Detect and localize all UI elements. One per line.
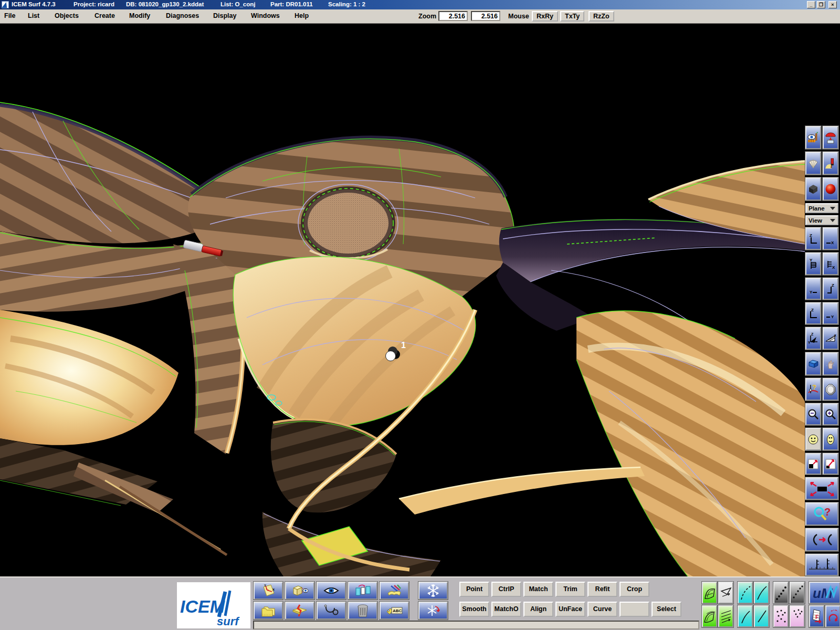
curve-button[interactable]: Curve [587, 602, 617, 617]
fit-view-icon[interactable] [805, 477, 838, 500]
svg-text:ABC: ABC [393, 608, 402, 613]
view-y-under-icon[interactable]: Y [823, 302, 838, 324]
refit-button[interactable]: Refit [587, 582, 617, 597]
view-y-bottom-icon[interactable]: Y [805, 278, 821, 300]
svg-text:X: X [831, 240, 834, 245]
surfaces-arrow-icon[interactable] [718, 605, 733, 627]
points-curve-dark2-icon[interactable] [790, 582, 805, 604]
svg-text:surf: surf [217, 615, 240, 628]
surface-arrow-icon[interactable] [718, 582, 733, 604]
freeze-rotate-icon[interactable] [418, 602, 448, 620]
curve3-icon[interactable] [754, 605, 769, 627]
points-curve-dark-icon[interactable] [773, 582, 789, 604]
coordinate-plane-icon[interactable]: YX [254, 582, 283, 600]
hand-move-icon[interactable] [823, 352, 838, 375]
blank-button[interactable] [620, 602, 649, 617]
diagnose-icon[interactable] [317, 602, 346, 620]
menu-list[interactable]: List [28, 12, 39, 19]
um-logo-button[interactable]: uM [809, 582, 840, 604]
zoom-y-input[interactable] [471, 11, 500, 21]
curve2-icon[interactable] [738, 605, 753, 627]
menu-windows[interactable]: Windows [251, 12, 280, 19]
point-button[interactable]: Point [459, 582, 489, 597]
trash-icon[interactable] [348, 602, 377, 620]
chevron-down-icon [830, 207, 835, 210]
diagram-axis-icon[interactable] [805, 554, 838, 576]
sphere-icon[interactable] [823, 177, 838, 201]
svg-text:x: x [834, 333, 836, 337]
match-button[interactable]: Match [523, 582, 553, 597]
view-x-ladder-icon[interactable]: X [823, 253, 838, 275]
eye-icon[interactable] [317, 582, 346, 600]
view-y-ladder-icon[interactable]: Y [805, 253, 821, 275]
view-z-corner-icon[interactable]: Z [823, 278, 838, 300]
folder-icon[interactable] [254, 602, 283, 620]
svg-text:Z: Z [810, 233, 812, 238]
fplan-icon[interactable]: F [809, 605, 824, 627]
render-car-icon[interactable] [823, 126, 838, 149]
title-bar: ICEM Surf 4.7.3 Project: ricard DB: 0810… [0, 0, 840, 9]
cube-icon[interactable] [805, 177, 821, 201]
redo-red-icon[interactable] [825, 605, 840, 627]
zoom-corner-icon[interactable] [823, 453, 838, 475]
box-eye-icon[interactable] [285, 582, 314, 600]
zoom-x-input[interactable] [438, 11, 468, 21]
command-input[interactable] [253, 621, 699, 629]
close-button[interactable]: × [828, 1, 837, 8]
point-query-icon[interactable]: ? [805, 378, 821, 401]
menu-diagnoses[interactable]: Diagnoses [166, 12, 199, 19]
ctrlp-button[interactable]: CtrlP [491, 582, 521, 597]
view-3d-icon[interactable]: ZY [805, 327, 821, 350]
mouse-rzzo-button[interactable]: RzZo [589, 11, 614, 22]
svg-text:X: X [832, 265, 835, 270]
mirror-icon[interactable] [823, 378, 838, 401]
menu-display[interactable]: Display [213, 12, 236, 19]
menu-help[interactable]: Help [295, 12, 309, 19]
plane-dropdown[interactable]: Plane [805, 203, 838, 213]
view-x-planes-icon[interactable]: x [823, 327, 838, 350]
smiley-stretch-icon[interactable] [823, 428, 838, 450]
menu-file[interactable]: File [4, 12, 16, 19]
view-dropdown[interactable]: View [805, 215, 838, 225]
identify-icon[interactable]: ? [805, 502, 838, 526]
minimize-button[interactable]: _ [807, 1, 815, 8]
curve-dashed-icon[interactable] [738, 582, 753, 604]
zoom-out-icon[interactable] [805, 403, 821, 425]
view-z-icon[interactable]: Z [805, 227, 821, 250]
smiley-icon[interactable] [805, 428, 821, 450]
surface-diagnosis-icon[interactable] [805, 126, 821, 149]
menu-objects[interactable]: Objects [55, 12, 79, 19]
curve-icon[interactable] [754, 582, 769, 604]
select-button[interactable]: Select [652, 602, 681, 617]
unface-button[interactable]: UnFace [555, 602, 585, 617]
view-x-bottom-icon[interactable]: X [823, 227, 838, 250]
copy-objects-icon[interactable] [348, 582, 377, 600]
trim-button[interactable]: Trim [555, 582, 585, 597]
smooth-button[interactable]: Smooth [459, 602, 489, 617]
material-brush-icon[interactable] [823, 152, 838, 175]
mouse-rxry-button[interactable]: RxRy [532, 11, 558, 22]
db-label: DB: 081020_gp130_2.kddat [126, 1, 204, 7]
surface-mesh-icon[interactable] [702, 582, 717, 604]
surfaces-mesh-icon[interactable] [702, 605, 717, 627]
view-zl-icon[interactable]: Z [805, 302, 821, 324]
viewport-3d[interactable]: 1 [0, 24, 840, 576]
section-plane-icon[interactable] [285, 602, 314, 620]
freeze-icon[interactable] [418, 582, 448, 600]
scatter-points2-icon[interactable] [790, 605, 805, 627]
curve-convert-icon[interactable] [805, 528, 838, 551]
scatter-points-icon[interactable] [773, 605, 789, 627]
notes-icon[interactable] [380, 582, 409, 600]
menu-create[interactable]: Create [94, 12, 115, 19]
blue-box-icon[interactable] [805, 352, 821, 375]
zoom-box-icon[interactable] [805, 453, 821, 475]
label-abc-icon[interactable]: ABC [380, 602, 409, 620]
menu-modify[interactable]: Modify [129, 12, 150, 19]
matcho-button[interactable]: MatchO [491, 602, 521, 617]
mouse-txty-button[interactable]: TxTy [560, 11, 584, 22]
zoom-in-icon[interactable] [823, 403, 838, 425]
crop-button[interactable]: Crop [620, 582, 649, 597]
shell-icon[interactable] [805, 152, 821, 175]
restore-button[interactable]: ❐ [817, 1, 825, 8]
align-button[interactable]: Align [523, 602, 553, 617]
